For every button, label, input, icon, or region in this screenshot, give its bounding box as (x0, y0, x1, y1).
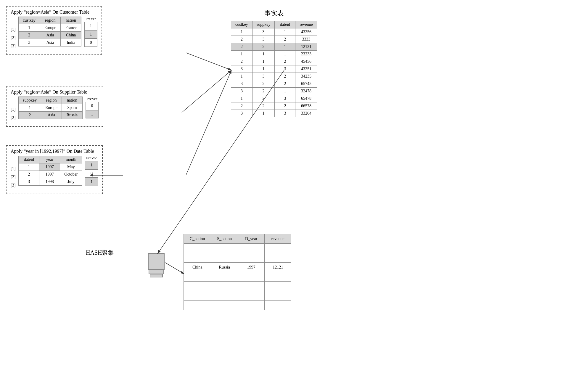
date-prevec-1: 1 (85, 161, 98, 169)
result-col-s_nation: S_nation (211, 234, 238, 244)
fact-row-4: 11123233 (231, 51, 317, 58)
supplier-index-col: [1] [2] (11, 97, 17, 122)
customer-r3-region: Asia (40, 39, 61, 46)
supplier-col-nation: nation (62, 97, 83, 104)
fact-row-3: 22112121 (231, 43, 317, 51)
result-table: C_nation S_nation D_year revenue ChinaRu… (184, 234, 291, 310)
fact-row-12: 31333264 (231, 110, 317, 117)
date-r2-dateid: 2 (19, 171, 39, 178)
date-r1-dateid: 1 (19, 163, 39, 171)
date-r2-year: 1997 (39, 171, 60, 178)
fact-table-title: 事实表 (231, 9, 317, 18)
date-r1-year: 1997 (39, 163, 60, 171)
date-prevec-3: 1 (85, 178, 98, 186)
date-row-1: 1 1997 May (19, 163, 82, 171)
customer-prevec-label: PreVec (84, 17, 97, 21)
result-row-1 (184, 244, 291, 253)
customer-r1-region: Europe (40, 24, 61, 32)
supplier-table: suppkey region nation 1 Europe Spain 2 (18, 97, 83, 119)
customer-table: custkey region nation 1 Europe France 2 (18, 17, 81, 46)
supplier-r1-suppkey: 1 (19, 104, 41, 112)
date-prevec-2: 0 (85, 169, 98, 178)
customer-index-3: [3] (11, 42, 17, 50)
supplier-row-2: 2 Asia Russia (19, 112, 83, 119)
date-r3-dateid: 3 (19, 178, 39, 186)
fact-row-7: 13234235 (231, 73, 317, 80)
date-index-col: [1] [2] [3] (11, 156, 17, 189)
supplier-index-1: [1] (11, 105, 17, 114)
fact-row-5: 21245456 (231, 58, 317, 65)
customer-prevec-2: 1 (84, 30, 97, 38)
customer-index-2: [2] (11, 34, 17, 42)
customer-index-1: [1] (11, 25, 17, 34)
customer-dashed-box: Apply “region=Asia” On Customer Table [1… (6, 6, 102, 55)
supplier-title: Apply “region=Asia” On Supplier Table (11, 89, 99, 95)
date-r3-year: 1998 (39, 178, 60, 186)
customer-col-custkey: custkey (19, 17, 40, 24)
supplier-dashed-box: Apply “region=Asia” On Supplier Table [1… (6, 86, 103, 127)
result-row-7 (184, 301, 291, 310)
fact-row-1: 13143256 (231, 28, 317, 36)
customer-r2-custkey: 2 (19, 32, 40, 39)
main-container: Apply “region=Asia” On Customer Table [1… (0, 0, 571, 392)
date-title: Apply “year in [1992,1997]” On Date Tabl… (11, 149, 98, 154)
fact-table-section: 事实表 custkey suppkey dateid revenue 13143… (231, 9, 317, 117)
customer-title: Apply “region=Asia” On Customer Table (11, 9, 97, 15)
result-row-5 (184, 282, 291, 291)
customer-col-region: region (40, 17, 61, 24)
date-r2-month: October (60, 171, 82, 178)
date-r3-month: July (60, 178, 82, 186)
date-dashed-box: Apply “year in [1992,1997]” On Date Tabl… (6, 145, 103, 194)
fact-row-10: 12365478 (231, 95, 317, 102)
customer-col-nation: nation (61, 17, 81, 24)
fact-col-dateid: dateid (275, 21, 295, 28)
supplier-indexed-table: [1] [2] suppkey region nation 1 (11, 97, 99, 122)
result-row-3: ChinaRussia199712121 (184, 263, 291, 272)
date-prevec-label: PreVec (85, 156, 98, 160)
date-index-1: [1] (11, 165, 17, 173)
date-index-2: [2] (11, 173, 17, 181)
supplier-r2-suppkey: 2 (19, 112, 41, 119)
supplier-section: Apply “region=Asia” On Supplier Table [1… (6, 86, 103, 127)
date-row-2: 2 1997 October (19, 171, 82, 178)
customer-indexed-table: [1] [2] [3] custkey region nation (11, 17, 97, 50)
fact-row-6: 31343251 (231, 65, 317, 73)
date-prevec: PreVec 1 0 1 (85, 156, 98, 186)
supplier-r1-nation: Spain (62, 104, 83, 112)
customer-r1-nation: France (61, 24, 81, 32)
supplier-prevec: PreVec 0 1 (86, 97, 99, 118)
svg-line-2 (182, 70, 231, 113)
date-row-3: 3 1998 July (19, 178, 82, 186)
supplier-index-2: [2] (11, 114, 17, 122)
fact-row-2: 2323333 (231, 36, 317, 43)
customer-r2-region: Asia (40, 32, 61, 39)
fact-col-custkey: custkey (231, 21, 252, 28)
date-col-month: month (60, 156, 82, 163)
customer-prevec: PreVec 1 1 0 (84, 17, 97, 47)
result-row-2 (184, 253, 291, 263)
svg-line-1 (186, 53, 231, 70)
supplier-row-1: 1 Europe Spain (19, 104, 83, 112)
result-section: C_nation S_nation D_year revenue ChinaRu… (184, 234, 291, 310)
date-index-3: [3] (11, 181, 17, 189)
date-section: Apply “year in [1992,1997]” On Date Tabl… (6, 145, 103, 194)
supplier-r2-region: Asia (41, 112, 62, 119)
result-row-4 (184, 272, 291, 282)
svg-line-6 (165, 263, 184, 274)
hash-agg-box (148, 253, 165, 277)
customer-row-1: 1 Europe France (19, 24, 81, 32)
supplier-r2-nation: Russia (62, 112, 83, 119)
result-col-d_year: D_year (238, 234, 265, 244)
supplier-r1-region: Europe (41, 104, 62, 112)
customer-index-col: [1] [2] [3] (11, 17, 17, 50)
date-r1-month: May (60, 163, 82, 171)
date-col-year: year (39, 156, 60, 163)
date-col-dateid: dateid (19, 156, 39, 163)
result-row-6 (184, 291, 291, 301)
date-indexed-table: [1] [2] [3] dateid year month 1 (11, 156, 98, 189)
fact-row-8: 32265745 (231, 80, 317, 88)
fact-row-9: 32132478 (231, 88, 317, 95)
result-col-revenue: revenue (265, 234, 291, 244)
date-table: dateid year month 1 1997 May 2 (18, 156, 82, 186)
customer-r3-custkey: 3 (19, 39, 40, 46)
